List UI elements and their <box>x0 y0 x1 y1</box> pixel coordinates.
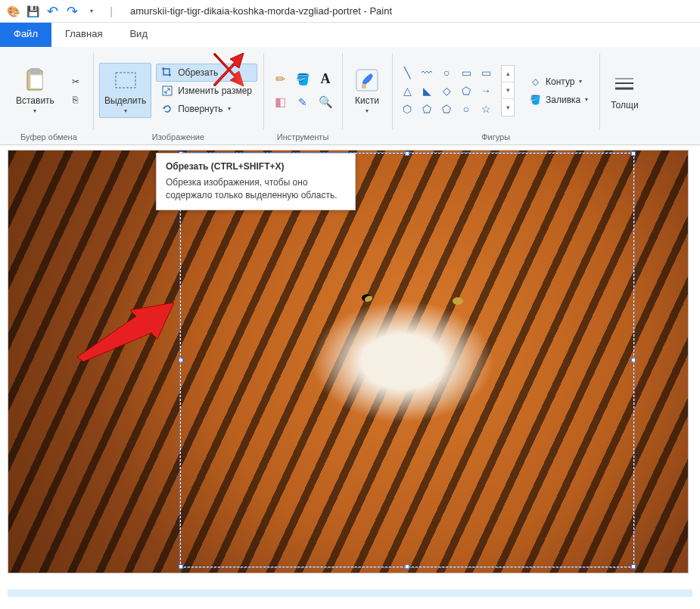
shape-hexagon[interactable]: ⬡ <box>398 101 416 117</box>
paste-button[interactable]: Вставить ▾ <box>11 63 60 118</box>
svg-marker-12 <box>77 303 174 362</box>
group-label-tools: Инструменты <box>277 131 329 143</box>
size-button[interactable]: Толщи <box>605 67 643 114</box>
tooltip-title: Обрезать (CTRL+SHIFT+X) <box>166 161 346 172</box>
shapes-expand[interactable]: ▾ <box>502 99 514 116</box>
svg-rect-1 <box>30 68 40 74</box>
shape-diamond[interactable]: ◇ <box>437 82 456 99</box>
copy-button[interactable]: ⎘ <box>64 91 87 109</box>
group-shapes: ╲ 〰 ○ ▭ ▭ △ ◣ ◇ ⬠ → ⬡ ⬠ ⬠ ○ ☆ ▴ ▾ ▾ <box>392 50 599 144</box>
chevron-down-icon: ▾ <box>33 107 36 114</box>
cut-button[interactable]: ✂ <box>64 73 87 91</box>
quick-access-toolbar: 🎨 💾 ↶ ↷ ▾ | <box>5 3 120 20</box>
title-bar: 🎨 💾 ↶ ↷ ▾ | amurskii-tigr-tigr-dikaia-ko… <box>0 0 700 23</box>
shapes-scroll-down[interactable]: ▾ <box>502 82 514 99</box>
fill-label: Заливка <box>546 95 580 105</box>
shapes-scroll-up[interactable]: ▴ <box>502 66 514 82</box>
chevron-down-icon: ▾ <box>124 107 127 114</box>
tab-file[interactable]: Файл <box>0 23 51 47</box>
app-icon[interactable]: 🎨 <box>5 3 21 20</box>
outline-label: Контур <box>546 76 574 87</box>
save-button[interactable]: 💾 <box>24 3 41 20</box>
chevron-down-icon: ▾ <box>366 107 369 114</box>
brushes-label: Кисти <box>355 95 379 106</box>
bucket-icon: 🪣 <box>296 73 310 86</box>
svg-rect-2 <box>30 75 42 89</box>
shape-curve[interactable]: 〰 <box>418 64 436 81</box>
shape-star[interactable]: ☆ <box>477 101 495 117</box>
shape-line[interactable]: ╲ <box>398 64 416 81</box>
shapes-gallery: ╲ 〰 ○ ▭ ▭ △ ◣ ◇ ⬠ → ⬡ ⬠ ⬠ ○ ☆ <box>398 64 495 117</box>
shape-oval[interactable]: ○ <box>437 64 456 81</box>
picker-tool[interactable]: ✎ <box>292 92 313 113</box>
redo-button[interactable]: ↷ <box>64 3 80 20</box>
tab-view[interactable]: Вид <box>116 23 161 47</box>
annotation-arrow <box>76 303 182 363</box>
shape-pentagon[interactable]: ⬠ <box>457 82 475 99</box>
eraser-tool[interactable]: ◧ <box>269 92 291 113</box>
annotation-arrow <box>212 53 280 91</box>
crop-icon <box>161 67 173 79</box>
outline-button[interactable]: ◇ Контур ▾ <box>524 73 593 91</box>
shape-poly2[interactable]: ⬠ <box>437 101 456 117</box>
group-size: Толщи <box>599 50 649 144</box>
shape-triangle[interactable]: △ <box>398 82 416 99</box>
tooltip-body: Обрезка изображения, чтобы оно содержало… <box>166 176 346 202</box>
group-label-shapes: Фигуры <box>481 131 510 143</box>
tab-home[interactable]: Главная <box>51 23 116 47</box>
magnifier-tool[interactable]: 🔍 <box>315 92 336 113</box>
eyedropper-icon: ✎ <box>298 96 307 108</box>
window-title: amurskii-tigr-tigr-dikaia-koshka-morda-v… <box>130 5 392 17</box>
brushes-button[interactable]: Кисти ▾ <box>348 63 386 118</box>
canvas-area[interactable]: Обрезать (CTRL+SHIFT+X) Обрезка изображе… <box>0 145 700 603</box>
qat-customize[interactable]: ▾ <box>83 3 100 20</box>
group-label-image: Изображение <box>152 131 204 143</box>
shapes-scroll: ▴ ▾ ▾ <box>501 65 515 117</box>
fill-tool[interactable]: 🪣 <box>292 69 313 90</box>
resize-icon <box>161 85 173 97</box>
group-clipboard: Вставить ▾ ✂ ⎘ Буфер обмена <box>5 50 93 144</box>
magnifier-icon: 🔍 <box>319 95 333 109</box>
group-label-brushes <box>366 131 368 143</box>
brush-icon <box>353 67 381 94</box>
fill-icon: 🪣 <box>529 94 541 106</box>
chevron-down-icon: ▾ <box>585 96 588 103</box>
select-icon <box>112 67 139 94</box>
eraser-icon: ◧ <box>275 95 286 109</box>
select-label: Выделить <box>104 95 146 106</box>
qat-separator: | <box>103 3 120 20</box>
shape-arrow[interactable]: → <box>477 82 495 99</box>
chevron-down-icon: ▾ <box>228 105 231 112</box>
chevron-down-icon: ▾ <box>579 78 582 85</box>
outline-icon: ◇ <box>529 76 541 88</box>
undo-button[interactable]: ↶ <box>44 3 61 20</box>
size-label: Толщи <box>611 100 638 110</box>
clipboard-icon <box>21 67 48 94</box>
group-brushes: Кисти ▾ <box>342 50 392 144</box>
ribbon-tabs: Файл Главная Вид <box>0 23 700 47</box>
ribbon: Вставить ▾ ✂ ⎘ Буфер обмена Выделить ▾ <box>0 47 700 145</box>
horizontal-scrollbar[interactable] <box>8 589 692 597</box>
svg-rect-3 <box>116 73 135 88</box>
group-label-size <box>624 131 626 143</box>
svg-rect-6 <box>362 84 366 89</box>
shape-roundrect[interactable]: ▭ <box>477 64 495 81</box>
rotate-button[interactable]: Повернуть ▾ <box>156 100 257 118</box>
group-label-clipboard: Буфер обмена <box>20 131 77 143</box>
rotate-label: Повернуть <box>178 104 222 114</box>
rotate-icon <box>161 103 173 115</box>
shape-rect[interactable]: ▭ <box>457 64 475 81</box>
shape-poly1[interactable]: ⬠ <box>418 101 436 117</box>
copy-icon: ⎘ <box>70 94 82 106</box>
shape-circle[interactable]: ○ <box>457 101 475 117</box>
scissors-icon: ✂ <box>70 76 82 88</box>
size-icon <box>611 71 638 98</box>
shape-right-tri[interactable]: ◣ <box>418 82 436 99</box>
text-icon: A <box>321 71 331 87</box>
tooltip-crop: Обрезать (CTRL+SHIFT+X) Обрезка изображе… <box>156 153 356 210</box>
text-tool[interactable]: A <box>315 69 336 90</box>
select-button[interactable]: Выделить ▾ <box>99 63 151 118</box>
paste-label: Вставить <box>16 95 54 106</box>
fill-button[interactable]: 🪣 Заливка ▾ <box>524 91 593 109</box>
